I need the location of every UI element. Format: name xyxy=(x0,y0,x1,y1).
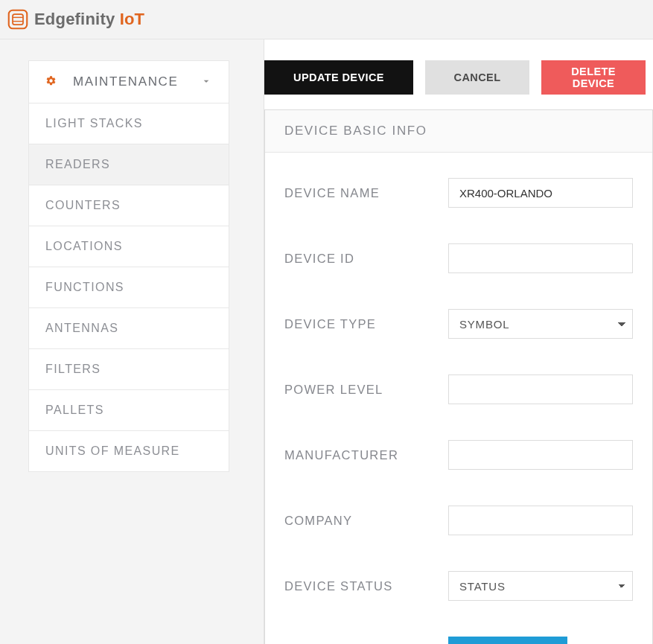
input-device-name[interactable] xyxy=(448,178,633,208)
sidebar-item-readers[interactable]: READERS xyxy=(29,144,229,185)
select-device-status[interactable]: STATUS xyxy=(448,571,633,601)
row-antennas: ANTENNAS SHOW ANTENNAS xyxy=(284,619,633,644)
select-device-type[interactable]: SYMBOL xyxy=(448,309,633,339)
label-device-name: DEVICE NAME xyxy=(284,186,433,200)
sidebar-item-label: READERS xyxy=(45,158,110,170)
action-bar: UPDATE DEVICE CANCEL DELETE DEVICE xyxy=(264,60,653,95)
input-device-id[interactable] xyxy=(448,243,633,273)
content-area: UPDATE DEVICE CANCEL DELETE DEVICE DEVIC… xyxy=(264,39,653,644)
device-basic-info-panel: DEVICE BASIC INFO DEVICE NAME DEVICE ID … xyxy=(264,109,653,644)
sidebar-item-light-stacks[interactable]: LIGHT STACKS xyxy=(29,103,229,144)
input-manufacturer[interactable] xyxy=(448,440,633,470)
update-device-button[interactable]: UPDATE DEVICE xyxy=(264,60,413,95)
sidebar-item-pallets[interactable]: PALLETS xyxy=(29,390,229,431)
sidebar-item-label: FUNCTIONS xyxy=(45,281,124,293)
sidebar-header-label: MAINTENANCE xyxy=(73,74,178,89)
sidebar-item-label: LIGHT STACKS xyxy=(45,117,143,130)
chevron-down-icon xyxy=(200,75,212,89)
sidebar-item-label: PALLETS xyxy=(45,404,104,416)
label-device-type: DEVICE TYPE xyxy=(284,317,433,331)
sidebar-item-label: FILTERS xyxy=(45,363,101,375)
sidebar-item-label: ANTENNAS xyxy=(45,322,118,334)
brand-text: Edgefinity IoT xyxy=(34,10,144,29)
sidebar-item-functions[interactable]: FUNCTIONS xyxy=(29,267,229,308)
label-device-id: DEVICE ID xyxy=(284,252,433,266)
sidebar-item-label: UNITS OF MEASURE xyxy=(45,444,180,457)
row-device-status: DEVICE STATUS STATUS xyxy=(284,553,633,619)
app-header: Edgefinity IoT xyxy=(0,0,653,39)
panel-title: DEVICE BASIC INFO xyxy=(265,110,652,153)
input-power-level[interactable] xyxy=(448,374,633,404)
cancel-button[interactable]: CANCEL xyxy=(425,60,529,95)
show-antennas-button[interactable]: SHOW ANTENNAS xyxy=(448,637,567,644)
sidebar-item-filters[interactable]: FILTERS xyxy=(29,349,229,390)
sidebar-menu: MAINTENANCE LIGHT STACKS READERS COUNTER… xyxy=(28,60,229,472)
sidebar-item-locations[interactable]: LOCATIONS xyxy=(29,226,229,267)
sidebar: MAINTENANCE LIGHT STACKS READERS COUNTER… xyxy=(0,39,264,644)
row-device-type: DEVICE TYPE SYMBOL xyxy=(284,291,633,357)
sidebar-item-label: LOCATIONS xyxy=(45,240,123,252)
gear-icon xyxy=(45,75,57,89)
row-device-id: DEVICE ID xyxy=(284,226,633,291)
brand-logo: Edgefinity IoT xyxy=(7,9,144,30)
input-company[interactable] xyxy=(448,506,633,535)
sidebar-item-label: COUNTERS xyxy=(45,199,121,211)
sidebar-item-counters[interactable]: COUNTERS xyxy=(29,185,229,226)
label-power-level: POWER LEVEL xyxy=(284,383,433,397)
label-company: COMPANY xyxy=(284,514,433,528)
label-device-status: DEVICE STATUS xyxy=(284,579,433,593)
brand-icon xyxy=(7,9,28,30)
sidebar-header-maintenance[interactable]: MAINTENANCE xyxy=(29,61,229,103)
row-company: COMPANY xyxy=(284,488,633,553)
delete-device-button[interactable]: DELETE DEVICE xyxy=(541,60,646,95)
svg-rect-1 xyxy=(13,14,23,25)
sidebar-item-units-of-measure[interactable]: UNITS OF MEASURE xyxy=(29,431,229,471)
svg-rect-0 xyxy=(9,10,28,29)
row-manufacturer: MANUFACTURER xyxy=(284,422,633,488)
row-power-level: POWER LEVEL xyxy=(284,357,633,422)
label-manufacturer: MANUFACTURER xyxy=(284,448,433,462)
sidebar-item-antennas[interactable]: ANTENNAS xyxy=(29,308,229,349)
row-device-name: DEVICE NAME xyxy=(284,160,633,226)
